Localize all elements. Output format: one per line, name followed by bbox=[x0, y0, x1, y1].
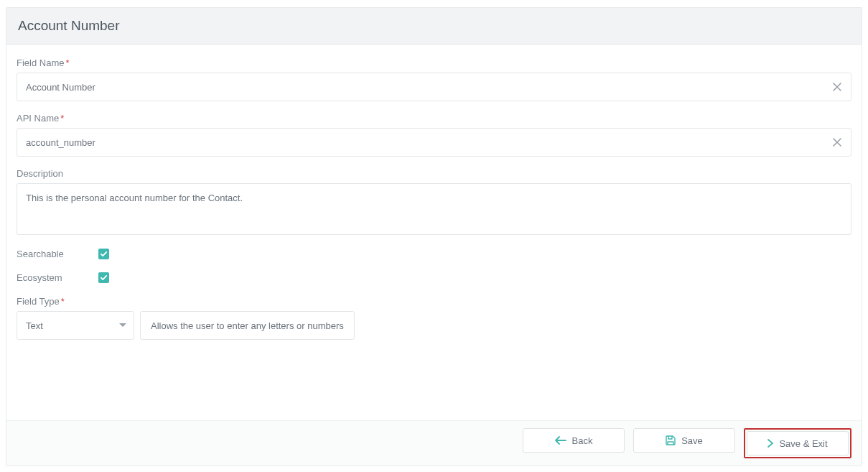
footer-actions: Back Save Save & Exit bbox=[6, 420, 862, 466]
form-body: Field Name* API Name* bbox=[6, 45, 862, 420]
api-name-label: API Name* bbox=[17, 113, 851, 124]
ecosystem-label: Ecosystem bbox=[17, 272, 98, 283]
save-button-label: Save bbox=[681, 435, 703, 446]
page-title: Account Number bbox=[6, 8, 862, 45]
save-exit-button[interactable]: Save & Exit bbox=[747, 431, 849, 455]
field-type-selected-value: Text bbox=[26, 320, 43, 331]
description-label: Description bbox=[17, 168, 851, 179]
clear-field-name-button[interactable] bbox=[829, 78, 846, 96]
chevron-right-icon bbox=[767, 439, 773, 448]
field-name-label: Field Name* bbox=[17, 57, 851, 68]
back-button[interactable]: Back bbox=[523, 428, 625, 453]
chevron-down-icon bbox=[119, 323, 126, 328]
save-exit-highlight: Save & Exit bbox=[744, 428, 851, 458]
field-name-group: Field Name* bbox=[17, 57, 851, 101]
ecosystem-checkbox[interactable] bbox=[98, 272, 109, 283]
check-icon bbox=[100, 250, 108, 258]
save-button[interactable]: Save bbox=[633, 428, 735, 453]
field-type-select[interactable]: Text bbox=[17, 311, 134, 340]
searchable-checkbox[interactable] bbox=[98, 249, 109, 259]
check-icon bbox=[100, 274, 108, 282]
close-icon bbox=[832, 82, 842, 92]
field-type-group: Field Type* Text Allows the user to ente… bbox=[17, 296, 851, 340]
description-textarea[interactable] bbox=[17, 183, 851, 235]
description-group: Description bbox=[17, 168, 851, 237]
save-icon bbox=[666, 435, 676, 445]
arrow-left-icon bbox=[555, 436, 566, 445]
back-button-label: Back bbox=[572, 435, 593, 446]
label-text: Field Name bbox=[17, 57, 64, 68]
api-name-group: API Name* bbox=[17, 113, 851, 157]
save-exit-button-label: Save & Exit bbox=[779, 438, 827, 449]
api-name-input[interactable] bbox=[17, 128, 851, 157]
clear-api-name-button[interactable] bbox=[829, 134, 846, 151]
required-marker: * bbox=[65, 57, 69, 68]
field-type-helper: Allows the user to enter any letters or … bbox=[140, 311, 355, 340]
field-name-input[interactable] bbox=[17, 73, 851, 101]
required-marker: * bbox=[61, 296, 65, 307]
label-text: API Name bbox=[17, 113, 59, 124]
field-edit-panel: Account Number Field Name* API Name* bbox=[6, 7, 862, 466]
required-marker: * bbox=[60, 113, 64, 124]
searchable-row: Searchable bbox=[17, 249, 851, 259]
label-text: Field Type bbox=[17, 296, 60, 307]
ecosystem-row: Ecosystem bbox=[17, 272, 851, 283]
searchable-label: Searchable bbox=[17, 249, 98, 259]
field-type-label: Field Type* bbox=[17, 296, 851, 307]
close-icon bbox=[832, 137, 842, 147]
